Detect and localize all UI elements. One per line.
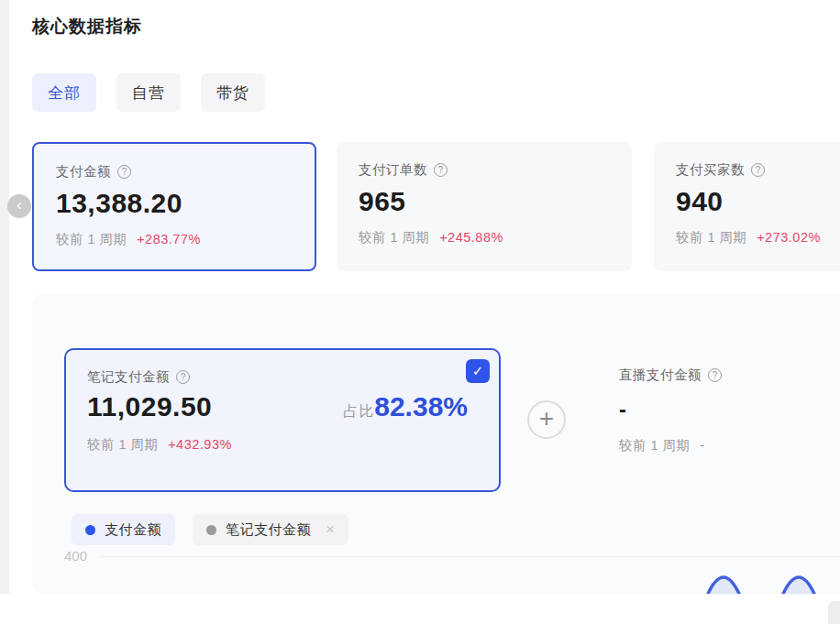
metric-card-payment-buyers[interactable]: 支付买家数 ? 940 较前 1 周期 +273.02%	[654, 142, 840, 271]
add-metric-button[interactable]: +	[527, 400, 566, 439]
breakdown-card-live-payment[interactable]: 直播支付金额 ? - 较前 1 周期 -	[619, 367, 722, 454]
ratio-label: 占比	[343, 402, 374, 421]
note-card-checkbox[interactable]: ✓	[466, 359, 490, 383]
page-title: 核心数据指标	[32, 15, 142, 38]
help-glyph: ?	[438, 165, 444, 175]
breakdown-label: 直播支付金额	[619, 367, 702, 384]
tab-self-operated[interactable]: 自营	[116, 73, 181, 112]
metric-compare: 较前 1 周期 +283.77%	[56, 231, 293, 248]
legend-dot-blue	[85, 525, 95, 535]
breakdown-section: 笔记支付金额 ? 11,029.50 占比 82.38% 较前 1 周期 +43…	[32, 293, 840, 594]
metric-value: 13,388.20	[56, 188, 293, 219]
breakdown-value: 11,029.50	[87, 391, 212, 422]
tab-promoted-label: 带货	[216, 82, 249, 104]
check-icon: ✓	[472, 363, 484, 379]
legend-item-note-payment[interactable]: 笔记支付金额 ×	[193, 514, 348, 545]
help-icon[interactable]: ?	[434, 163, 448, 177]
ratio-value: 82.38%	[374, 391, 468, 422]
legend-item-payment-amount[interactable]: 支付金额	[72, 514, 175, 545]
change-value: +432.93%	[168, 437, 232, 452]
metric-card-payment-amount[interactable]: 支付金额 ? 13,388.20 较前 1 周期 +283.77%	[32, 142, 316, 271]
corner-widget-fragment	[828, 601, 840, 624]
chart-legend: 支付金额 笔记支付金额 ×	[72, 514, 348, 545]
help-glyph: ?	[756, 165, 761, 175]
help-glyph: ?	[122, 167, 127, 177]
tab-promoted[interactable]: 带货	[201, 73, 265, 112]
metric-compare: 较前 1 周期 +273.02%	[676, 229, 840, 246]
metric-value: 940	[676, 186, 840, 217]
metric-compare: 较前 1 周期 +245.88%	[359, 229, 610, 246]
core-metrics-panel: 核心数据指标 全部 自营 带货 ‹ 支付金额 ? 13,388.20 较前 1 …	[0, 0, 840, 624]
compare-label: 较前 1 周期	[676, 230, 747, 245]
help-icon[interactable]: ?	[708, 368, 722, 382]
breakdown-compare: 较前 1 周期 -	[619, 437, 722, 454]
chart-line-peaks	[679, 561, 840, 594]
chevron-left-icon: ‹	[17, 198, 21, 213]
metric-value: 965	[359, 186, 610, 217]
ratio: 占比 82.38%	[343, 391, 468, 422]
metric-label: 支付买家数	[676, 161, 745, 179]
help-icon[interactable]: ?	[751, 163, 765, 177]
metric-card-payment-orders[interactable]: 支付订单数 ? 965 较前 1 周期 +245.88%	[337, 142, 632, 271]
legend-dot-gray	[206, 525, 216, 535]
breakdown-label: 笔记支付金额	[87, 368, 170, 386]
change-value: +283.77%	[137, 232, 201, 246]
compare-label: 较前 1 周期	[619, 438, 691, 453]
metric-label: 支付订单数	[359, 161, 427, 179]
help-icon[interactable]: ?	[117, 165, 131, 179]
compare-label: 较前 1 周期	[56, 232, 127, 246]
legend-label: 笔记支付金额	[226, 521, 311, 539]
change-value: +245.88%	[439, 230, 503, 245]
change-value: +273.02%	[757, 230, 821, 245]
legend-label: 支付金额	[105, 521, 161, 539]
breakdown-value: -	[619, 397, 722, 422]
compare-label: 较前 1 周期	[359, 230, 430, 245]
help-glyph: ?	[181, 372, 186, 382]
tab-self-operated-label: 自营	[132, 82, 165, 104]
metric-label: 支付金额	[56, 163, 111, 181]
page-edge-strip	[0, 0, 9, 594]
help-glyph: ?	[713, 370, 718, 380]
help-icon[interactable]: ?	[176, 370, 190, 384]
breakdown-card-note-payment[interactable]: 笔记支付金额 ? 11,029.50 占比 82.38% 较前 1 周期 +43…	[64, 348, 501, 492]
plus-icon: +	[539, 406, 554, 432]
change-value: -	[700, 438, 704, 453]
tab-all[interactable]: 全部	[32, 73, 96, 112]
breakdown-compare: 较前 1 周期 +432.93%	[87, 436, 479, 454]
close-icon[interactable]: ×	[326, 520, 335, 539]
tab-all-label: 全部	[48, 82, 81, 104]
compare-label: 较前 1 周期	[87, 437, 159, 452]
chart-gridline	[101, 556, 840, 557]
scope-tabs: 全部 自营 带货	[32, 73, 265, 112]
carousel-prev-button[interactable]: ‹	[7, 194, 31, 218]
y-axis-tick-400: 400	[64, 548, 87, 564]
